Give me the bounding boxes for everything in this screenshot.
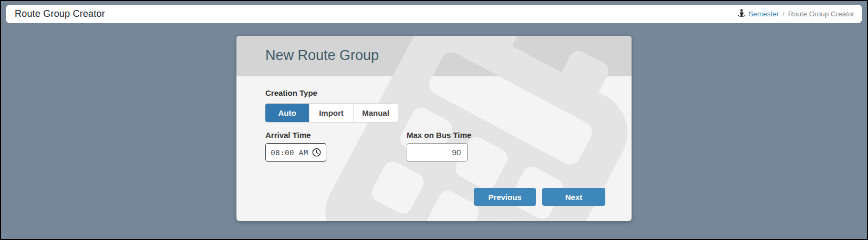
card-title: New Route Group — [265, 47, 379, 64]
creation-type-button-group: Auto Import Manual — [265, 104, 398, 122]
new-route-group-card: New Route Group Creation Type Auto Impor… — [236, 36, 632, 221]
creation-type-import-button[interactable]: Import — [309, 104, 354, 122]
arrival-time-input[interactable]: 08:00 AM — [265, 143, 326, 162]
page-title: Route Group Creator — [15, 8, 105, 19]
breadcrumb-semester-link[interactable]: Semester — [738, 9, 779, 19]
street-view-icon — [738, 9, 746, 19]
breadcrumb-separator: / — [782, 10, 784, 18]
next-button[interactable]: Next — [542, 188, 605, 206]
route-group-creator-page: Route Group Creator Semester / Route Gro… — [0, 0, 868, 240]
clock-icon — [312, 148, 321, 157]
creation-type-manual-button[interactable]: Manual — [354, 104, 398, 122]
breadcrumb-current: Route Group Creator — [788, 10, 854, 18]
max-on-bus-time-label: Max on Bus Time — [407, 131, 471, 139]
top-bar: Route Group Creator Semester / Route Gro… — [6, 5, 862, 23]
breadcrumb-link-label: Semester — [748, 10, 779, 18]
arrival-time-label: Arrival Time — [265, 131, 311, 139]
max-on-bus-time-input[interactable] — [407, 143, 468, 162]
previous-button[interactable]: Previous — [474, 188, 536, 206]
creation-type-auto-button[interactable]: Auto — [265, 104, 309, 122]
creation-type-label: Creation Type — [265, 88, 317, 97]
breadcrumb: Semester / Route Group Creator — [738, 9, 854, 19]
arrival-time-value: 08:00 AM — [271, 148, 308, 157]
card-content: New Route Group Creation Type Auto Impor… — [236, 36, 632, 221]
